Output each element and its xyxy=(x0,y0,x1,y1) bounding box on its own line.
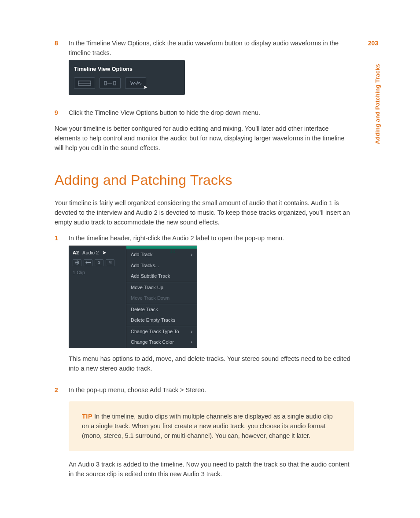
step-1-followup: This menu has options to add, move, and … xyxy=(69,354,354,374)
solo-button[interactable]: S xyxy=(95,259,103,266)
svg-rect-4 xyxy=(114,81,116,85)
context-menu: 2.0 Add Track› Add Tracks... Add Subtitl… xyxy=(126,246,197,348)
step-2-text: In the pop-up menu, choose Add Track > S… xyxy=(69,386,206,393)
cursor-icon: ➤ xyxy=(143,83,147,91)
svg-rect-2 xyxy=(104,81,107,85)
section-intro: Your timeline is fairly well organized c… xyxy=(55,198,354,227)
track-chips: ⨁ ⟷ S M xyxy=(73,259,122,266)
track-id: A2 xyxy=(73,249,79,257)
track-header: A2 Audio 2 ➤ ⨁ ⟷ S M 1 Clip xyxy=(69,246,126,348)
chevron-right-icon: › xyxy=(191,338,192,346)
audio-waveform-icon[interactable]: ➤ xyxy=(125,77,146,89)
side-section-title: Adding and Patching Tracks xyxy=(373,64,382,144)
step-1-text: In the timeline header, right-click the … xyxy=(69,235,284,242)
step-number-8: 8 xyxy=(55,39,69,102)
mute-button[interactable]: M xyxy=(106,259,114,266)
intro-paragraph: Now your timeline is better configured f… xyxy=(55,124,354,153)
chevron-right-icon: › xyxy=(191,251,192,258)
track-name: Audio 2 xyxy=(82,249,99,257)
menu-change-track-type[interactable]: Change Track Type To› xyxy=(126,326,197,337)
tip-box: TIP In the timeline, audio clips with mu… xyxy=(69,401,354,451)
section-heading: Adding and Patching Tracks xyxy=(55,169,354,191)
lock-icon[interactable]: ⨁ xyxy=(73,259,81,266)
menu-change-track-color[interactable]: Change Track Color› xyxy=(126,337,197,348)
menu-add-tracks[interactable]: Add Tracks... xyxy=(126,260,197,271)
tip-text: In the timeline, audio clips with multip… xyxy=(82,413,333,439)
step-number-9: 9 xyxy=(55,108,69,118)
menu-move-track-up[interactable]: Move Track Up xyxy=(126,282,197,293)
menu-delete-empty-tracks[interactable]: Delete Empty Tracks xyxy=(126,315,197,326)
step-number-1: 1 xyxy=(55,234,69,380)
track-popup-screenshot: A2 Audio 2 ➤ ⨁ ⟷ S M 1 Clip xyxy=(69,246,197,348)
step-8-text: In the Timeline View Options, click the … xyxy=(69,40,339,56)
tip-label: TIP xyxy=(82,413,92,420)
menu-add-subtitle-track[interactable]: Add Subtitle Track xyxy=(126,271,197,282)
menu-delete-track[interactable]: Delete Track xyxy=(126,304,197,315)
timeline-view-options-panel: Timeline View Options xyxy=(69,60,185,96)
step-9-text: Click the Timeline View Options button t… xyxy=(69,109,260,116)
chevron-right-icon: › xyxy=(191,328,192,335)
cursor-icon: ➤ xyxy=(102,249,107,257)
step-number-2: 2 xyxy=(55,386,69,395)
link-icon[interactable]: ⟷ xyxy=(84,259,92,266)
timeline-view-options-title: Timeline View Options xyxy=(74,65,180,73)
menu-move-track-down: Move Track Down xyxy=(126,293,197,304)
closing-paragraph: An Audio 3 track is added to the timelin… xyxy=(69,460,354,479)
clip-count: 1 Clip xyxy=(73,269,122,276)
filmstrip-mode-icon[interactable] xyxy=(74,77,95,89)
thumbnail-mode-icon[interactable] xyxy=(99,77,121,89)
page-number: 203 xyxy=(368,39,378,48)
